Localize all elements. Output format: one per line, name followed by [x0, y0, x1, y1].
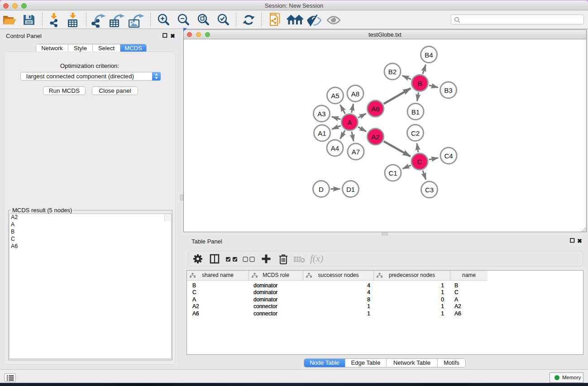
svg-text:A6: A6 [371, 105, 379, 113]
svg-text:C1: C1 [388, 169, 397, 177]
svg-text:C4: C4 [444, 152, 453, 160]
svg-text:D1: D1 [346, 186, 355, 193]
svg-text:B1: B1 [411, 108, 420, 116]
svg-text:A1: A1 [318, 129, 326, 137]
svg-text:A3: A3 [317, 110, 325, 118]
svg-text:C2: C2 [411, 129, 420, 137]
svg-text:A: A [347, 119, 352, 126]
svg-text:B2: B2 [388, 68, 397, 76]
svg-text:A2: A2 [371, 133, 379, 141]
svg-text:C3: C3 [425, 186, 434, 194]
svg-text:B: B [417, 80, 422, 87]
svg-text:B4: B4 [425, 51, 433, 59]
svg-text:A8: A8 [351, 90, 359, 98]
svg-text:A7: A7 [352, 148, 360, 156]
svg-text:C: C [417, 158, 422, 166]
svg-text:A4: A4 [331, 144, 339, 152]
svg-text:D: D [319, 186, 324, 193]
svg-text:B3: B3 [444, 86, 452, 94]
svg-text:A5: A5 [331, 92, 339, 100]
